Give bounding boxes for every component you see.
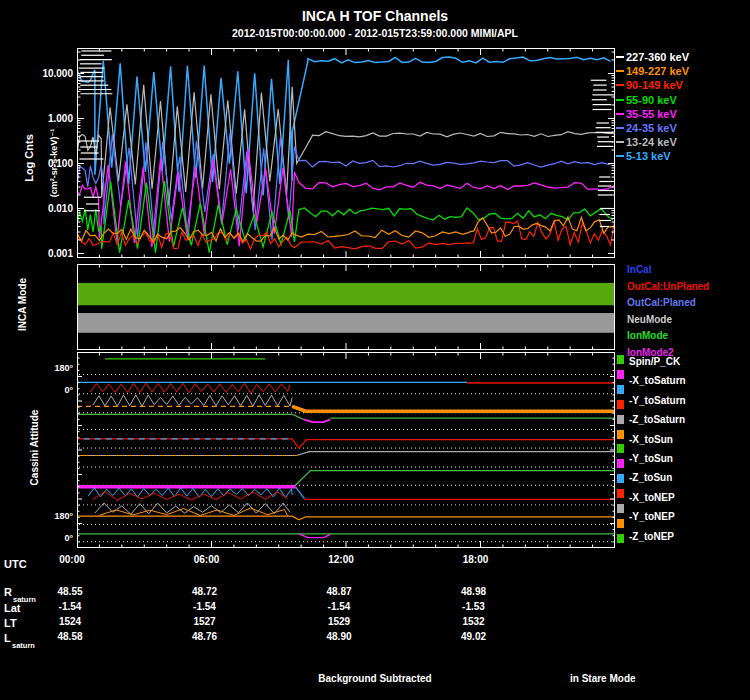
legend-chip [616,84,624,86]
legend-item-227-360-keV: 227-360 keV [616,51,689,63]
table-value-LT-2: 1529 [317,616,361,627]
trace-z-to-saturn-green [77,414,303,419]
utc-tick-18:00: 18:00 [454,554,498,565]
table-row-label-lt: LT [4,617,17,629]
legend-label: 24-35 keV [626,122,677,134]
mode-label-NeuMode: NeuMode [627,314,672,325]
table-value-L-0: 48.58 [48,631,92,642]
mode-bar-NeuMode [77,313,615,333]
mode-label-IonMode: IonMode [627,330,668,341]
attitude-edge-chip [617,519,624,528]
attitude-ytick-0°: 0° [31,385,73,395]
attitude-edge-chip [617,459,624,468]
page-title: INCA H TOF Channels [0,8,750,24]
legend-item-149-227-keV: 149-227 keV [616,65,689,77]
trace-x-to-nep-blue-osc [88,488,292,498]
attitude-label--X-toNEP: -X_toNEP [629,492,675,503]
table-value-Lat-2: -1.54 [317,601,361,612]
trace-x-to-nep-blue-drop [296,487,305,498]
attitude-label-Spin-P-CK: Spin/P_CK [629,356,680,367]
attitude-ytick-180°: 180° [31,511,73,521]
table-value-Lat-0: -1.54 [48,601,92,612]
legend-item-35-55-keV: 35-55 keV [616,108,677,120]
legend-label: 227-360 keV [626,51,689,63]
legend-chip [616,70,624,72]
attitude-edge-chip [617,385,624,394]
table-value-R-1: 48.72 [183,586,227,597]
legend-item-5-13-keV: 5-13 keV [616,150,671,162]
table-value-R-0: 48.55 [48,586,92,597]
table-value-L-2: 48.90 [317,631,361,642]
legend-chip [616,127,624,129]
inca-tof-plot-page: { "title": "INCA H TOF Channels", "subti… [0,0,750,700]
legend-label: 5-13 keV [626,150,671,162]
attitude-edge-chip [617,415,624,424]
attitude-chart [77,352,615,548]
attitude-label--Z-toNEP: -Z_toNEP [629,531,674,542]
legend-chip [616,113,624,115]
page-subtitle: 2012-015T00:00:00.000 - 2012-015T23:59:0… [0,27,750,39]
table-value-R-3: 48.98 [452,586,496,597]
attitude-edge-chip [617,474,624,483]
mode-label-InCal: InCal [627,264,651,275]
attitude-edge-chip [617,370,624,379]
legend-chip [616,56,624,58]
trace-z-to-sun-green [294,471,615,487]
mode-label-OutCal-Planed: OutCal:Planed [627,297,696,308]
table-value-L-1: 48.76 [183,631,227,642]
table-row-label-l: L [4,632,11,644]
table-value-L-3: 49.02 [452,631,496,642]
attitude-edge-chip [617,430,624,439]
mode-label-OutCal-UnPlaned: OutCal:UnPlaned [627,281,709,292]
attitude-label--Z-toSun: -Z_toSun [629,472,672,483]
attitude-edge-chip [617,504,624,513]
attitude-label--Y-toNEP: -Y_toNEP [629,511,675,522]
table-value-Lat-1: -1.54 [183,601,227,612]
utc-tick-12:00: 12:00 [319,554,363,565]
legend-chip [616,141,624,143]
mode-bar-IonMode [77,283,615,305]
table-value-LT-1: 1527 [183,616,227,627]
attitude-edge-chip [617,534,624,543]
legend-label: 13-24 keV [626,136,677,148]
attitude-edge-chip [617,355,624,364]
trace-y-to-sun-gray [297,452,615,456]
trace-x-to-sun-red [77,439,615,448]
utc-axis-label: UTC [4,558,27,570]
table-row-sub-l: saturn [12,641,35,650]
table-value-LT-0: 1524 [48,616,92,627]
table-value-Lat-3: -1.53 [452,601,496,612]
attitude-label--Y-toSaturn: -Y_toSaturn [629,395,686,406]
trace-x-to-saturn-red-osc [90,383,290,393]
table-value-LT-3: 1532 [452,616,496,627]
attitude-edge-chip [617,400,624,409]
footer-background-subtracted: Background Subtracted [0,673,750,684]
tof-spectrum-chart [77,48,615,258]
spectrum-ytick-0.100: 0.100 [31,158,73,169]
legend-item-90-149-keV: 90-149 keV [616,79,683,91]
trace-y-to-saturn-gray-osc [93,395,293,406]
legend-label: 55-90 keV [626,94,677,106]
legend-label: 149-227 keV [626,65,689,77]
legend-chip [616,99,624,101]
trace-z-to-saturn-magenta-dip [303,419,330,422]
utc-tick-06:00: 06:00 [185,554,229,565]
trace-5-13 keV [77,57,611,196]
legend-chip [616,155,624,157]
mode-y-axis-label: INCA Mode [17,255,28,355]
legend-label: 90-149 keV [626,79,683,91]
trace-y-to-nep-orange [77,516,615,520]
attitude-label--Z-toSaturn: -Z_toSaturn [629,414,685,425]
attitude-label--X-toSaturn: -X_toSaturn [629,375,686,386]
attitude-ytick-180°: 180° [31,363,73,373]
spectrum-ytick-1.000: 1.000 [31,113,73,124]
spectrum-ytick-0.010: 0.010 [31,203,73,214]
utc-tick-00:00: 00:00 [50,554,94,565]
trace-z-to-saturn-orange-thick [292,406,615,411]
table-row-label-r: R [4,586,12,598]
attitude-ytick-0°: 0° [31,533,73,543]
attitude-edge-chip [617,444,624,453]
attitude-edge-chip [617,489,624,498]
attitude-label--X-toSun: -X_toSun [629,434,673,445]
footer-stare-mode: in Stare Mode [570,673,636,684]
